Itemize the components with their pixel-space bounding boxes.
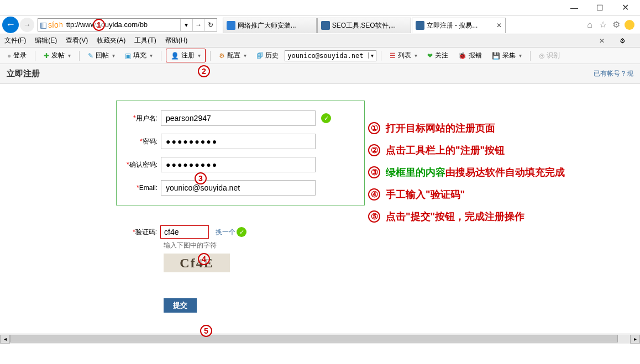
- scroll-thumb[interactable]: [10, 335, 618, 342]
- annotation-circle-2: 2: [198, 65, 210, 77]
- menu-tools[interactable]: 工具(T): [134, 36, 156, 45]
- site-icon: ▥: [38, 20, 48, 29]
- star-icon[interactable]: ☆: [598, 20, 608, 30]
- captcha-refresh-link[interactable]: 换一个: [216, 228, 235, 237]
- instruction-panel: ①打开目标网站的注册页面 ②点击工具栏上的"注册"按钮 ③绿框里的内容由搜易达软…: [368, 122, 565, 232]
- tab-label: 网络推广大师安装...: [238, 21, 296, 30]
- separator: [35, 51, 35, 61]
- annotation-circle-3: 3: [195, 172, 207, 184]
- form-row-email: *Email:: [117, 176, 364, 199]
- menu-view[interactable]: 查看(V): [66, 36, 88, 45]
- login-link[interactable]: 已有帐号？现: [594, 69, 633, 78]
- window-close[interactable]: ✕: [612, 0, 638, 15]
- password-input[interactable]: [161, 134, 316, 149]
- menu-favorites[interactable]: 收藏夹(A): [97, 36, 125, 45]
- username-label: *用户名:: [117, 114, 161, 123]
- register-form: *用户名: ✓ *密码: *确认密码: *Email:: [116, 101, 365, 205]
- captcha-group: *验证码: 换一个 ✓ 输入下图中的字符 Cf4E: [116, 225, 365, 272]
- separator: [530, 51, 531, 61]
- separator: [381, 51, 381, 61]
- favicon-icon: sío: [48, 20, 58, 29]
- recognize-button[interactable]: ◎识别: [535, 49, 564, 62]
- post-button[interactable]: ✚发帖▾: [40, 49, 75, 62]
- settings-gear-icon[interactable]: ⚙: [618, 36, 627, 45]
- email-dropdown-icon[interactable]: ▾: [368, 52, 376, 59]
- menu-bar: 文件(F) 编辑(E) 查看(V) 收藏夹(A) 工具(T) 帮助(H) ✕ ⚙: [0, 34, 640, 48]
- tab-favicon-icon: [416, 21, 424, 30]
- form-row-password: *密码:: [117, 130, 364, 153]
- collect-button[interactable]: 💾采集▾: [488, 49, 526, 62]
- lock-icon: h: [58, 21, 64, 29]
- smiley-icon[interactable]: [625, 20, 634, 30]
- tab-close-icon[interactable]: ✕: [496, 22, 502, 29]
- check-icon: ✓: [237, 227, 246, 237]
- form-row-username: *用户名: ✓: [117, 107, 364, 130]
- window-minimize[interactable]: —: [562, 0, 587, 15]
- home-icon[interactable]: ⌂: [585, 20, 595, 30]
- instruction-5: ⑤点击"提交"按钮，完成注册操作: [368, 210, 565, 223]
- autofill-box: *用户名: ✓ *密码: *确认密码: *Email:: [116, 101, 365, 205]
- browser-tab[interactable]: 网络推广大师安装...: [223, 18, 317, 33]
- addr-refresh[interactable]: ↻: [204, 19, 217, 31]
- separator: [79, 51, 80, 61]
- captcha-label: *验证码:: [116, 228, 160, 237]
- confirm-input[interactable]: [161, 157, 316, 172]
- addr-dropdown[interactable]: ▾: [180, 19, 192, 31]
- username-input[interactable]: [161, 110, 316, 126]
- annotation-circle-4: 4: [198, 253, 210, 265]
- page-title: 立即注册: [7, 68, 40, 79]
- scroll-left-icon[interactable]: ◂: [0, 335, 10, 344]
- instruction-1: ①打开目标网站的注册页面: [368, 122, 565, 135]
- password-label: *密码:: [117, 137, 161, 146]
- menu-help[interactable]: 帮助(H): [165, 36, 188, 45]
- submit-button[interactable]: 提交: [164, 298, 197, 313]
- tab-favicon-icon: [227, 21, 235, 30]
- separator: [161, 51, 161, 61]
- scroll-right-icon[interactable]: ▸: [630, 335, 640, 344]
- instruction-2: ②点击工具栏上的"注册"按钮: [368, 144, 565, 157]
- register-button[interactable]: 👤注册▾: [166, 49, 206, 62]
- menu-edit[interactable]: 编辑(E): [35, 36, 57, 45]
- email-input[interactable]: [285, 52, 368, 60]
- login-button[interactable]: ●登录: [3, 49, 30, 62]
- fill-button[interactable]: ▣填充▾: [121, 49, 156, 62]
- window-titlebar: — ☐ ✕: [0, 0, 640, 15]
- email-select[interactable]: ▾: [285, 50, 376, 61]
- url-input[interactable]: [64, 19, 180, 31]
- nav-forward-button[interactable]: →: [20, 18, 34, 32]
- config-button[interactable]: ⚙配置▾: [215, 49, 250, 62]
- browser-tab[interactable]: SEO工具,SEO软件,...: [317, 18, 411, 33]
- separator: [210, 51, 211, 61]
- captcha-tip: 输入下图中的字符: [164, 241, 365, 250]
- nav-right-icons: ⌂ ☆ ⚙: [585, 20, 638, 30]
- nav-back-button[interactable]: ←: [2, 17, 19, 33]
- captcha-input[interactable]: [160, 225, 209, 239]
- browser-tab[interactable]: 立即注册 - 搜易...✕: [412, 18, 506, 33]
- menu-file[interactable]: 文件(F): [4, 36, 26, 45]
- email-label: *Email:: [117, 184, 161, 192]
- follow-button[interactable]: ❤关注: [423, 49, 452, 62]
- menu-close-icon[interactable]: ✕: [599, 37, 605, 45]
- app-toolbar: ●登录 ✚发帖▾ ✎回帖▾ ▣填充▾ 👤注册▾ ⚙配置▾ 🗐历史 ▾ ☰列表▾ …: [0, 48, 640, 64]
- reply-button[interactable]: ✎回帖▾: [84, 49, 119, 62]
- history-button[interactable]: 🗐历史: [253, 49, 282, 62]
- annotation-circle-5: 5: [200, 325, 212, 337]
- annotation-circle-1: 1: [93, 19, 105, 31]
- instruction-3: ③绿框里的内容由搜易达软件自动填充完成: [368, 166, 565, 179]
- confirm-label: *确认密码:: [117, 160, 161, 170]
- page-header: 立即注册 已有帐号？现: [0, 64, 640, 84]
- email-input-field[interactable]: [161, 180, 316, 196]
- bug-button[interactable]: 🐞报错: [454, 49, 486, 62]
- form-row-confirm: *确认密码:: [117, 153, 364, 176]
- tab-label: 立即注册 - 搜易...: [427, 21, 478, 30]
- gear-icon[interactable]: ⚙: [611, 20, 621, 30]
- addr-go[interactable]: →: [192, 19, 204, 31]
- scroll-track[interactable]: [10, 335, 630, 344]
- captcha-image[interactable]: Cf4E: [164, 254, 230, 272]
- address-bar[interactable]: ▥ sío h ▾ → ↻: [38, 18, 217, 31]
- window-maximize[interactable]: ☐: [587, 0, 612, 15]
- tab-favicon-icon: [321, 21, 330, 30]
- list-button[interactable]: ☰列表▾: [386, 49, 421, 62]
- tab-label: SEO工具,SEO软件,...: [332, 21, 396, 30]
- horizontal-scrollbar[interactable]: ◂ ▸: [0, 334, 640, 344]
